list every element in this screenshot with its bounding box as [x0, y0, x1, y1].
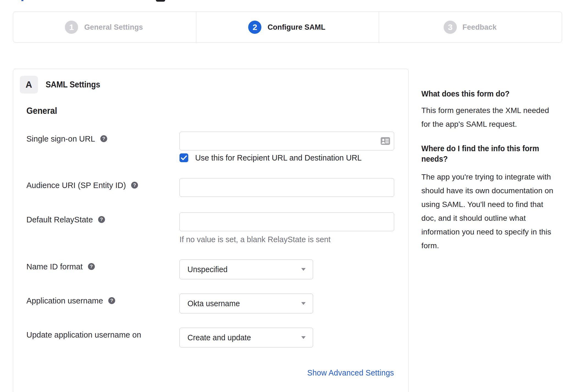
- step-feedback[interactable]: 3 Feedback: [379, 12, 562, 42]
- show-advanced-settings-link[interactable]: Show Advanced Settings: [307, 368, 394, 377]
- field-row-name-id-format: Name ID format ? Unspecified: [26, 260, 407, 279]
- field-row-default-relaystate: Default RelayState ? If no value is set,…: [26, 212, 407, 244]
- recipient-url-checkbox-label: Use this for Recipient URL and Destinati…: [195, 153, 362, 162]
- label-cell: Audience URI (SP Entity ID) ?: [26, 178, 179, 190]
- application-username-select[interactable]: Okta username: [179, 294, 313, 313]
- default-relaystate-input[interactable]: [179, 212, 394, 231]
- help-icon[interactable]: ?: [98, 216, 105, 223]
- relaystate-helper-text: If no value is set, a blank RelayState i…: [179, 235, 331, 244]
- chevron-down-icon: [301, 336, 306, 339]
- default-relaystate-label: Default RelayState: [26, 215, 93, 225]
- single-sign-on-url-label: Single sign-on URL: [26, 134, 95, 144]
- help-heading-what: What does this form do?: [421, 89, 510, 99]
- saml-general-form: Single sign-on URL ?: [26, 132, 407, 347]
- control-cell: [179, 178, 407, 197]
- single-sign-on-url-input[interactable]: [179, 132, 394, 150]
- name-id-format-select[interactable]: Unspecified: [179, 260, 313, 279]
- step-3-label: Feedback: [463, 23, 497, 32]
- update-application-username-label: Update application username on: [26, 330, 141, 340]
- label-cell: Update application username on: [26, 328, 179, 340]
- help-icon[interactable]: ?: [88, 263, 95, 270]
- label-cell: Single sign-on URL ?: [26, 132, 179, 144]
- control-cell: Okta username: [179, 294, 407, 313]
- page-title-fragment-dark: [156, 0, 165, 2]
- update-application-username-value: Create and update: [187, 333, 251, 342]
- help-icon[interactable]: ?: [131, 182, 138, 189]
- control-cell: If no value is set, a blank RelayState i…: [179, 212, 407, 244]
- help-heading-where: Where do I find the info this form needs…: [421, 143, 539, 164]
- section-badge-a: A: [20, 76, 38, 93]
- audience-uri-input[interactable]: [179, 178, 394, 197]
- audience-uri-label: Audience URI (SP Entity ID): [26, 180, 126, 190]
- help-para-what: This form generates the XML needed for t…: [421, 104, 549, 131]
- help-icon[interactable]: ?: [108, 297, 115, 304]
- step-1-circle: 1: [65, 21, 78, 34]
- contact-card-icon: [381, 137, 390, 145]
- step-configure-saml[interactable]: 2 Configure SAML: [196, 12, 379, 42]
- update-application-username-select[interactable]: Create and update: [179, 328, 313, 347]
- step-1-label: General Settings: [84, 23, 143, 32]
- label-cell: Application username ?: [26, 294, 179, 306]
- control-cell: Unspecified: [179, 260, 407, 279]
- single-sign-on-url-input-wrap: [179, 132, 394, 150]
- field-row-application-username: Application username ? Okta username: [26, 294, 407, 313]
- step-3-circle: 3: [444, 21, 457, 34]
- label-cell: Default RelayState ?: [26, 212, 179, 225]
- step-2-circle: 2: [248, 21, 261, 34]
- recipient-url-checkbox-row: Use this for Recipient URL and Destinati…: [179, 153, 407, 162]
- recipient-url-checkbox[interactable]: [179, 153, 188, 162]
- field-row-update-application-username: Update application username on Create an…: [26, 328, 407, 347]
- chevron-down-icon: [301, 268, 306, 271]
- audience-uri-input-wrap: [179, 178, 394, 197]
- field-row-audience-uri: Audience URI (SP Entity ID) ?: [26, 178, 407, 197]
- control-cell: Use this for Recipient URL and Destinati…: [179, 132, 407, 162]
- control-cell: Create and update: [179, 328, 407, 347]
- field-row-single-sign-on-url: Single sign-on URL ?: [26, 132, 407, 162]
- panel-header: A SAML Settings: [20, 76, 105, 93]
- section-title: SAML Settings: [46, 80, 100, 90]
- page-title-fragment-blue: [21, 0, 23, 1]
- name-id-format-value: Unspecified: [187, 265, 228, 274]
- step-2-label: Configure SAML: [268, 23, 326, 32]
- chevron-down-icon: [301, 302, 306, 305]
- wizard-stepper: 1 General Settings 2 Configure SAML 3 Fe…: [13, 12, 562, 43]
- default-relaystate-input-wrap: [179, 212, 394, 231]
- help-icon[interactable]: ?: [100, 135, 107, 142]
- application-username-label: Application username: [26, 296, 103, 306]
- application-username-value: Okta username: [187, 299, 240, 308]
- name-id-format-label: Name ID format: [26, 262, 83, 272]
- saml-settings-panel: A SAML Settings General Single sign-on U…: [13, 69, 409, 392]
- help-para-where: The app you're trying to integrate with …: [421, 170, 553, 253]
- general-group-heading: General: [26, 105, 57, 116]
- label-cell: Name ID format ?: [26, 260, 179, 272]
- step-general-settings[interactable]: 1 General Settings: [13, 12, 196, 42]
